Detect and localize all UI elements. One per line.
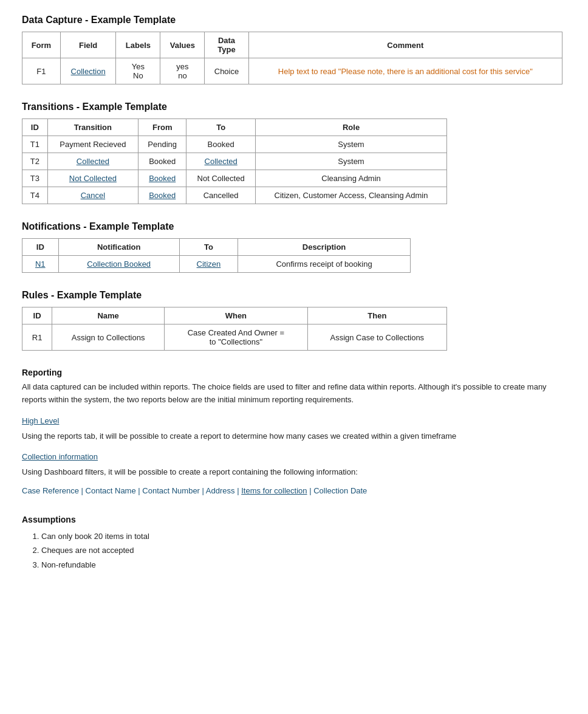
cell-role: System [256, 136, 447, 153]
reporting-section: Reporting All data captured can be inclu… [22, 368, 566, 498]
col-datatype: DataType [205, 32, 248, 58]
cell-id: T3 [22, 170, 48, 187]
col-id: ID [22, 239, 59, 256]
field-items: Items for collection [241, 486, 307, 495]
high-level-link[interactable]: High Level [22, 416, 566, 425]
reporting-description: All data captured can be included within… [22, 381, 566, 407]
col-id: ID [22, 119, 48, 136]
cell-to: Cancelled [186, 187, 256, 204]
cell-to[interactable]: Collected [186, 153, 256, 170]
col-form: Form [22, 32, 61, 58]
list-item: Can only book 20 items in total [41, 529, 566, 543]
cell-transition[interactable]: Collected [47, 153, 138, 170]
assumptions-list: Can only book 20 items in total Cheques … [41, 529, 566, 572]
cell-comment: Help text to read "Please note, there is… [248, 58, 562, 84]
collection-fields: Case Reference | Contact Name | Contact … [22, 485, 566, 498]
cell-description: Confirms receipt of booking [238, 256, 411, 273]
cell-from: Pending [138, 136, 186, 153]
rules-section: Rules - Example Template ID Name When Th… [22, 290, 566, 351]
col-labels: Labels [116, 32, 160, 58]
col-notification: Notification [58, 239, 179, 256]
reporting-title: Reporting [22, 368, 566, 377]
table-row: R1 Assign to Collections Case Created An… [22, 324, 447, 351]
rules-title: Rules - Example Template [22, 290, 566, 301]
cell-from: Booked [138, 170, 186, 187]
cell-datatype: Choice [205, 58, 248, 84]
cell-id: N1 [22, 256, 59, 273]
field-collection-date: Collection Date [313, 486, 367, 495]
cell-from: Booked [138, 153, 186, 170]
col-then: Then [307, 307, 446, 324]
high-level-text: Using the reports tab, it will be possib… [22, 430, 566, 443]
cell-field[interactable]: Collection [60, 58, 116, 84]
cell-transition: Payment Recieved [47, 136, 138, 153]
cell-role: Cleansing Admin [256, 170, 447, 187]
cell-id: R1 [22, 324, 52, 351]
cell-id: T2 [22, 153, 48, 170]
assumptions-section: Assumptions Can only book 20 items in to… [22, 515, 566, 572]
col-transition: Transition [47, 119, 138, 136]
cell-when: Case Created And Owner =to "Collections" [165, 324, 308, 351]
table-row: T3 Not Collected Booked Not Collected Cl… [22, 170, 447, 187]
list-item: Cheques are not accepted [41, 543, 566, 557]
cell-id: T1 [22, 136, 48, 153]
cell-to: Not Collected [186, 170, 256, 187]
separator1: | [81, 486, 86, 495]
field-case-ref: Case Reference [22, 486, 79, 495]
transitions-table: ID Transition From To Role T1 Payment Re… [22, 118, 447, 204]
cell-form: F1 [22, 58, 61, 84]
data-capture-table: Form Field Labels Values DataType Commen… [22, 32, 562, 84]
cell-role: System [256, 153, 447, 170]
notifications-section: Notifications - Example Template ID Noti… [22, 221, 566, 273]
collection-info-link[interactable]: Collection information [22, 452, 566, 461]
field-contact-name: Contact Name [86, 486, 136, 495]
cell-to: Booked [186, 136, 256, 153]
notifications-title: Notifications - Example Template [22, 221, 566, 232]
data-capture-section: Data Capture - Example Template Form Fie… [22, 15, 566, 84]
col-comment: Comment [248, 32, 562, 58]
cell-id: T4 [22, 187, 48, 204]
field-address: Address [206, 486, 235, 495]
rules-table: ID Name When Then R1 Assign to Collectio… [22, 307, 447, 351]
cell-from: Booked [138, 187, 186, 204]
cell-to[interactable]: Citizen [179, 256, 238, 273]
col-name: Name [52, 307, 165, 324]
cell-name: Assign to Collections [52, 324, 165, 351]
table-row: T1 Payment Recieved Pending Booked Syste… [22, 136, 447, 153]
notifications-table: ID Notification To Description N1 Collec… [22, 238, 411, 273]
col-values: Values [160, 32, 205, 58]
col-role: Role [256, 119, 447, 136]
table-row: N1 Collection Booked Citizen Confirms re… [22, 256, 411, 273]
cell-labels: YesNo [116, 58, 160, 84]
cell-transition[interactable]: Not Collected [47, 170, 138, 187]
cell-values: yesno [160, 58, 205, 84]
transitions-title: Transitions - Example Template [22, 101, 566, 112]
cell-role: Citizen, Customer Access, Cleansing Admi… [256, 187, 447, 204]
table-row: T2 Collected Booked Collected System [22, 153, 447, 170]
cell-transition[interactable]: Cancel [47, 187, 138, 204]
cell-then: Assign Case to Collections [307, 324, 446, 351]
table-row: F1 Collection YesNo yesno Choice Help te… [22, 58, 562, 84]
data-capture-title: Data Capture - Example Template [22, 15, 566, 26]
col-to: To [186, 119, 256, 136]
col-to: To [179, 239, 238, 256]
assumptions-title: Assumptions [22, 515, 566, 524]
transitions-section: Transitions - Example Template ID Transi… [22, 101, 566, 204]
table-row: T4 Cancel Booked Cancelled Citizen, Cust… [22, 187, 447, 204]
col-description: Description [238, 239, 411, 256]
col-id: ID [22, 307, 52, 324]
col-when: When [165, 307, 308, 324]
collection-info-text: Using Dashboard filters, it will be poss… [22, 466, 566, 479]
col-from: From [138, 119, 186, 136]
list-item: Non-refundable [41, 558, 566, 572]
field-contact-number: Contact Number [142, 486, 200, 495]
cell-notification[interactable]: Collection Booked [58, 256, 179, 273]
col-field: Field [60, 32, 116, 58]
